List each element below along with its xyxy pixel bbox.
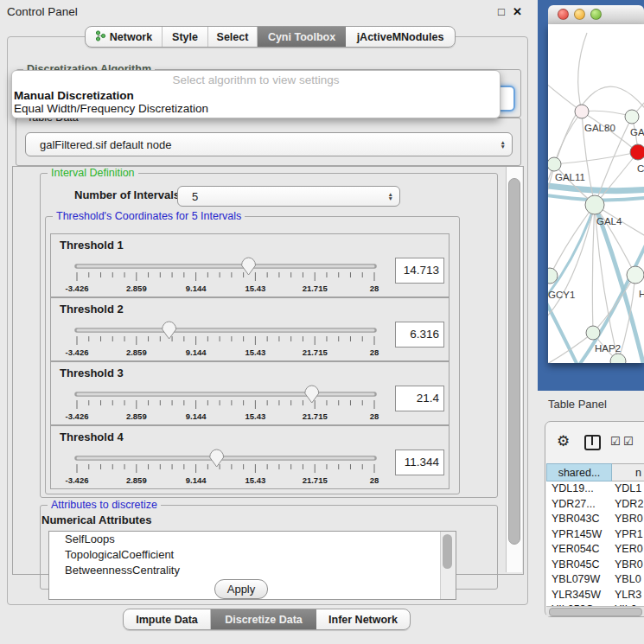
network-node[interactable] bbox=[630, 144, 644, 160]
slider-tick-label: 9.144 bbox=[186, 475, 207, 485]
slider-tick-label: 15.43 bbox=[245, 475, 266, 485]
thresholds-title: Threshold's Coordinates for 5 Intervals bbox=[53, 210, 245, 222]
node-table: YDL19...YDL1YDR27...YDR2YBR043CYBR0YPR14… bbox=[546, 481, 644, 606]
threshold-slider[interactable]: -3.4262.8599.14415.4321.71528 bbox=[51, 234, 449, 296]
algorithm-dropdown-popup: Select algorithm to view settings Manual… bbox=[11, 70, 501, 118]
float-window-icon[interactable]: □ bbox=[498, 5, 505, 18]
table-row[interactable]: YBL079WYBL0 bbox=[546, 572, 644, 588]
split-columns-icon[interactable] bbox=[584, 435, 601, 450]
network-node[interactable] bbox=[585, 195, 604, 214]
network-node-label: GAL11 bbox=[555, 172, 585, 182]
attribute-list-item[interactable]: TopologicalCoefficient bbox=[49, 547, 456, 563]
table-data-group: Table Data galFiltered.sif default node … bbox=[16, 118, 521, 166]
attribute-list-item[interactable]: SelfLoops bbox=[49, 532, 456, 547]
network-node-label: HAP2 bbox=[595, 343, 621, 354]
tab-label: jActiveMNodules bbox=[357, 31, 444, 43]
tab-select[interactable]: Select bbox=[208, 27, 258, 47]
table-data-selected: galFiltered.sif default node bbox=[40, 138, 171, 151]
slider-tick-label: 28 bbox=[370, 348, 379, 357]
slider-tick-label: 15.43 bbox=[245, 284, 266, 293]
threshold-slider[interactable]: -3.4262.8599.14415.4321.71528 bbox=[51, 362, 449, 424]
network-node-label: H bbox=[639, 289, 644, 299]
minimize-light[interactable] bbox=[574, 9, 585, 20]
cell-shared-name: YDL19... bbox=[546, 481, 612, 497]
combo-stepper-icon: ▲▼ bbox=[501, 140, 506, 149]
screen: Control Panel □ ✕ NetworkStyleSelectCyni… bbox=[0, 0, 644, 644]
network-node[interactable] bbox=[627, 266, 644, 284]
network-node[interactable] bbox=[625, 110, 639, 124]
checkbox-checked-icon[interactable]: ☑ bbox=[623, 435, 634, 448]
tab-discretize-data[interactable]: Discretize Data bbox=[211, 609, 316, 629]
table-row[interactable]: YER054CYER0 bbox=[546, 542, 644, 558]
column-header-shared-name[interactable]: shared... bbox=[546, 463, 612, 481]
network-node-label: GA bbox=[630, 127, 644, 137]
table-row[interactable]: YDR27...YDR2 bbox=[546, 497, 644, 513]
table-hscrollbar-thumb[interactable] bbox=[549, 608, 642, 616]
close-icon[interactable]: ✕ bbox=[513, 5, 522, 18]
close-light[interactable] bbox=[558, 9, 569, 20]
table-row[interactable]: YPR145WYPR1 bbox=[546, 527, 644, 543]
number-of-intervals-combobox[interactable]: 5 ▲▼ bbox=[177, 186, 400, 207]
threshold-box: Threshold 1-3.4262.8599.14415.4321.71528… bbox=[50, 233, 450, 297]
slider-tick-label: -3.426 bbox=[66, 475, 89, 485]
cyni-mode-tab-strip: Impute DataDiscretize DataInfer Network bbox=[123, 609, 411, 630]
network-node[interactable] bbox=[586, 326, 600, 340]
threshold-slider[interactable]: -3.4262.8599.14415.4321.71528 bbox=[51, 426, 449, 488]
slider-tick-label: -3.426 bbox=[66, 348, 89, 357]
tab-network[interactable]: Network bbox=[86, 27, 163, 47]
listbox-scrollbar-thumb[interactable] bbox=[443, 534, 452, 569]
slider-thumb[interactable] bbox=[163, 322, 176, 339]
threshold-slider[interactable]: -3.4262.8599.14415.4321.71528 bbox=[51, 298, 449, 360]
network-node-label: C bbox=[637, 163, 644, 174]
tab-label: Impute Data bbox=[136, 614, 198, 626]
table-row[interactable]: YBR045CYBR0 bbox=[546, 558, 644, 573]
network-node[interactable] bbox=[610, 354, 626, 363]
table-row[interactable]: YBR043CYBR0 bbox=[546, 512, 644, 527]
slider-thumb[interactable] bbox=[210, 450, 224, 467]
table-data-combobox[interactable]: galFiltered.sif default node ▲▼ bbox=[25, 132, 513, 156]
slider-tick-label: 2.859 bbox=[126, 475, 147, 485]
threshold-box: Threshold 3-3.4262.8599.14415.4321.71528… bbox=[50, 361, 450, 425]
apply-button[interactable]: Apply bbox=[214, 579, 268, 599]
threshold-value-field[interactable]: 21.4 bbox=[395, 386, 444, 411]
threshold-value-field[interactable]: 14.713 bbox=[395, 258, 444, 284]
network-node-label: GAL4 bbox=[596, 216, 622, 226]
slider-tick-label: 9.144 bbox=[186, 284, 207, 293]
slider-tick-label: 2.859 bbox=[126, 411, 147, 421]
algorithm-option-manual[interactable]: Manual Discretization bbox=[14, 89, 134, 102]
slider-tick-label: 2.859 bbox=[126, 348, 147, 357]
table-row[interactable]: YDL19...YDL1 bbox=[546, 481, 644, 497]
cell-shared-name: YBL079W bbox=[546, 572, 612, 588]
viewport-scrollbar-thumb[interactable] bbox=[508, 178, 520, 545]
network-node[interactable] bbox=[575, 105, 589, 118]
threshold-value-field[interactable]: 6.316 bbox=[395, 322, 444, 348]
column-header-name[interactable]: n bbox=[612, 463, 644, 481]
algorithm-option-equal-width[interactable]: Equal Width/Frequency Discretization bbox=[14, 102, 208, 115]
algorithm-hint: Select algorithm to view settings bbox=[12, 73, 500, 86]
cell-name: YDL1 bbox=[612, 481, 641, 497]
tab-jactivemnodules[interactable]: jActiveMNodules bbox=[346, 27, 455, 47]
slider-tick-label: 21.715 bbox=[303, 475, 328, 485]
network-icon bbox=[95, 30, 106, 44]
tab-impute-data[interactable]: Impute Data bbox=[124, 609, 211, 629]
cell-shared-name: YDR27... bbox=[546, 497, 612, 513]
tab-style[interactable]: Style bbox=[163, 27, 208, 47]
tab-infer-network[interactable]: Infer Network bbox=[316, 609, 410, 629]
threshold-value-field[interactable]: 11.344 bbox=[395, 450, 444, 475]
cell-shared-name: YBR045C bbox=[546, 558, 612, 573]
tab-cyni-toolbox[interactable]: Cyni Toolbox bbox=[258, 27, 346, 47]
attribute-list-item[interactable]: BetweennessCentrality bbox=[49, 563, 456, 578]
network-node-label: GAL80 bbox=[584, 123, 615, 133]
cell-name: YBL0 bbox=[612, 572, 641, 588]
network-canvas[interactable]: GAL80GACGAL11GAL4GCY1HHAP2 bbox=[548, 24, 644, 363]
network-node[interactable] bbox=[548, 157, 561, 171]
checkbox-checked-icon[interactable]: ☑ bbox=[610, 435, 621, 448]
cell-name: YER0 bbox=[612, 542, 643, 558]
zoom-light[interactable] bbox=[590, 9, 602, 20]
gear-icon[interactable]: ⚙ bbox=[557, 432, 570, 450]
table-row[interactable]: YLR345WYLR3 bbox=[546, 588, 644, 603]
slider-thumb[interactable] bbox=[305, 386, 319, 403]
network-window-titlebar[interactable] bbox=[548, 5, 644, 25]
tab-label: Style bbox=[172, 31, 198, 43]
slider-tick-label: -3.426 bbox=[66, 284, 89, 293]
